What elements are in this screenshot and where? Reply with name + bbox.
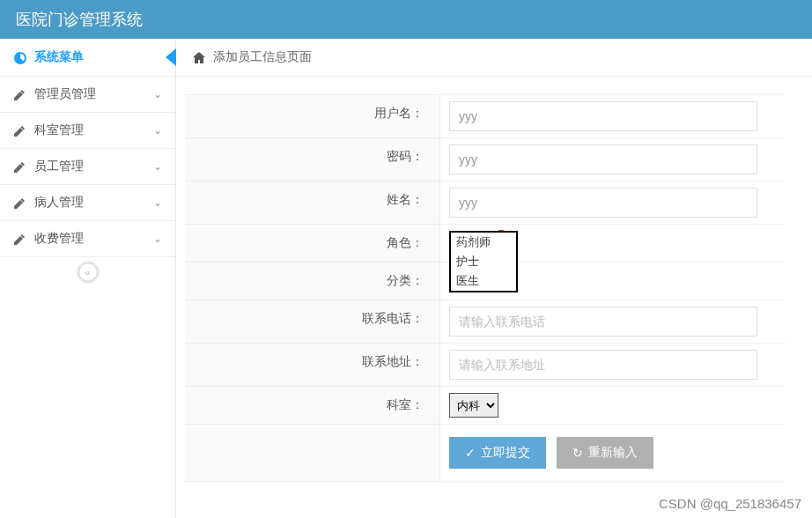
breadcrumb-title: 添加员工信息页面 [213, 49, 312, 65]
address-input[interactable] [449, 350, 757, 380]
watermark: CSDN @qq_251836457 [659, 496, 801, 511]
home-icon [192, 49, 206, 64]
sidebar-item-label: 员工管理 [34, 159, 84, 174]
edit-icon [13, 196, 27, 210]
role-label: 角色： [185, 225, 440, 262]
sidebar-item-patient[interactable]: 病人管理 ⌄ [0, 185, 175, 221]
chevron-down-icon: ⌄ [153, 160, 162, 173]
check-icon: ✓ [465, 446, 476, 460]
submit-button[interactable]: ✓ 立即提交 [449, 437, 546, 469]
edit-icon [13, 232, 27, 246]
sidebar-header-label: 系统菜单 [34, 49, 84, 65]
form: 用户名： 密码： 姓名： 角色： 药剂师 护士 医生 [176, 77, 812, 500]
breadcrumb: 添加员工信息页面 [176, 39, 812, 77]
sidebar-item-label: 收费管理 [34, 231, 84, 247]
chevron-down-icon: ⌄ [153, 88, 162, 100]
sidebar-collapse-button[interactable]: « [0, 257, 175, 287]
sidebar-item-label: 管理员管理 [34, 86, 96, 102]
chevron-down-icon: ⌄ [153, 233, 162, 245]
edit-icon [13, 159, 27, 174]
app-header: 医院门诊管理系统 [0, 0, 812, 39]
sidebar-item-dept[interactable]: 科室管理 ⌄ [0, 113, 175, 149]
sidebar: 系统菜单 管理员管理 ⌄ 科室管理 ⌄ 员工管理 ⌄ [0, 39, 176, 518]
collapse-icon: « [78, 263, 98, 282]
phone-label: 联系电话： [185, 300, 440, 343]
sidebar-header: 系统菜单 [0, 39, 175, 77]
reset-button[interactable]: ↻ 重新输入 [557, 437, 653, 469]
main-content: 添加员工信息页面 用户名： 密码： 姓名： 角色： 药剂师 护士 [176, 39, 812, 518]
dept-select[interactable]: 内科 [449, 393, 498, 418]
username-label: 用户名： [185, 95, 440, 137]
dept-label: 科室： [185, 387, 440, 424]
edit-icon [13, 123, 27, 137]
password-input[interactable] [449, 144, 757, 174]
sidebar-item-staff[interactable]: 员工管理 ⌄ [0, 149, 175, 185]
sidebar-item-label: 病人管理 [34, 195, 84, 211]
sidebar-item-billing[interactable]: 收费管理 ⌄ [0, 221, 175, 257]
sidebar-item-label: 科室管理 [34, 122, 84, 138]
dashboard-icon [13, 49, 27, 64]
address-label: 联系地址： [185, 344, 440, 386]
role-option[interactable]: 护士 [451, 252, 516, 271]
chevron-down-icon: ⌄ [153, 196, 162, 209]
refresh-icon: ↻ [572, 446, 583, 460]
realname-input[interactable] [449, 188, 757, 218]
edit-icon [13, 87, 27, 101]
sidebar-item-admin[interactable]: 管理员管理 ⌄ [0, 77, 175, 113]
category-label: 分类： [185, 263, 440, 300]
app-title: 医院门诊管理系统 [16, 11, 143, 28]
chevron-down-icon: ⌄ [153, 124, 162, 137]
password-label: 密码： [185, 138, 440, 181]
role-dropdown[interactable]: 药剂师 护士 医生 [449, 231, 518, 292]
realname-label: 姓名： [185, 181, 440, 224]
role-option[interactable]: 医生 [451, 271, 516, 291]
role-option[interactable]: 药剂师 [451, 233, 516, 252]
username-input[interactable] [449, 101, 757, 131]
phone-input[interactable] [449, 307, 757, 337]
